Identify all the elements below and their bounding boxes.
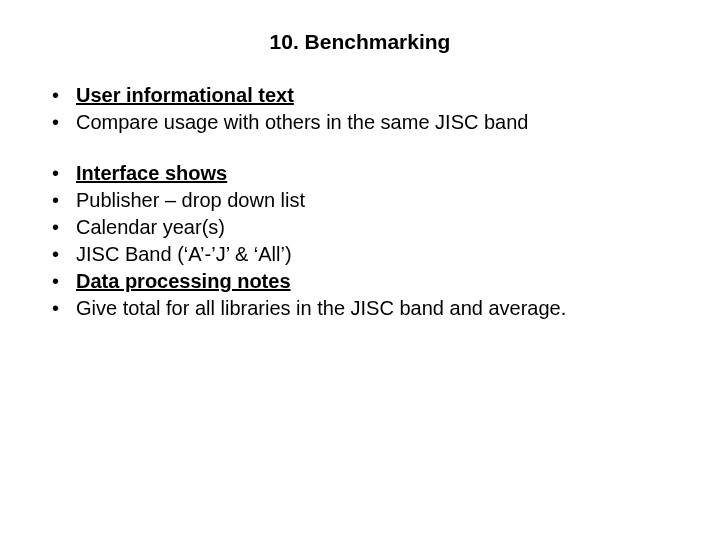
list-item: JISC Band (‘A’-’J’ & ‘All’) — [48, 241, 672, 268]
bullet-group-1: User informational text Compare usage wi… — [48, 82, 672, 136]
list-item: Calendar year(s) — [48, 214, 672, 241]
list-item-label: Compare usage with others in the same JI… — [76, 111, 528, 133]
list-item-label: JISC Band (‘A’-’J’ & ‘All’) — [76, 243, 292, 265]
slide: 10. Benchmarking User informational text… — [0, 0, 720, 540]
list-item: Publisher – drop down list — [48, 187, 672, 214]
list-item: Interface shows — [48, 160, 672, 187]
bullet-group-2: Interface shows Publisher – drop down li… — [48, 160, 672, 322]
list-item: Compare usage with others in the same JI… — [48, 109, 672, 136]
list-item-label: Calendar year(s) — [76, 216, 225, 238]
list-item-label: Give total for all libraries in the JISC… — [76, 297, 566, 319]
list-item-label: Data processing notes — [76, 270, 291, 292]
list-item-label: User informational text — [76, 84, 294, 106]
list-item: Give total for all libraries in the JISC… — [48, 295, 672, 322]
slide-title: 10. Benchmarking — [48, 30, 672, 54]
list-item: User informational text — [48, 82, 672, 109]
list-item: Data processing notes — [48, 268, 672, 295]
list-item-label: Interface shows — [76, 162, 227, 184]
list-item-label: Publisher – drop down list — [76, 189, 305, 211]
